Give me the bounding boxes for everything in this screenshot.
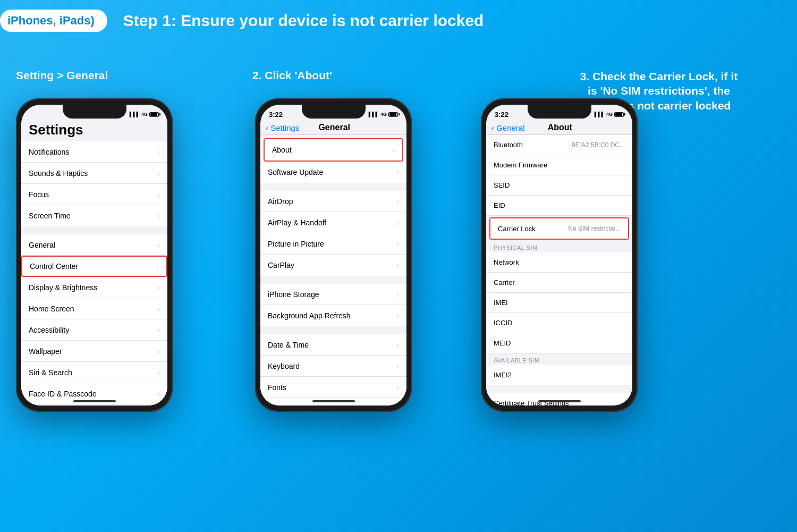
phone-2-home-indicator xyxy=(312,400,355,402)
phone-3: 3:22 ▌▌▌ 4G ‹ General About xyxy=(481,98,638,412)
phone-2-status-icons: ▌▌▌ 4G xyxy=(369,112,398,117)
phone-1-home-indicator xyxy=(73,400,116,402)
list-item: Display & Brightness › xyxy=(21,277,167,298)
step-label-1: Setting > General xyxy=(16,69,108,82)
phone-2-time: 3:22 xyxy=(269,111,283,119)
header: iPhones, iPads) Step 1: Ensure your devi… xyxy=(0,0,797,37)
list-item: Siri & Search › xyxy=(21,362,167,383)
phone-3-time: 3:22 xyxy=(495,111,508,119)
section-available-sim: AVAILABLE SIM xyxy=(486,354,632,365)
wifi-icon: 4G xyxy=(380,112,387,117)
about-item-bluetooth: Bluetooth 9E:A2:5B:C0:DC... xyxy=(486,135,632,155)
list-item: Sounds & Haptics › xyxy=(21,163,167,184)
phone-2-notch xyxy=(302,105,366,119)
list-item-control-center: Control Center › xyxy=(21,256,167,277)
list-item: Accessibility › xyxy=(21,319,167,341)
phone-2: 3:22 ▌▌▌ 4G ‹ Settings General xyxy=(255,98,412,412)
phone-3-list: Bluetooth 9E:A2:5B:C0:DC... Modem Firmwa… xyxy=(486,135,632,406)
phone-3-notch xyxy=(528,105,591,119)
wifi-icon: 4G xyxy=(606,112,613,117)
about-item-carrier: Carrier xyxy=(486,273,632,293)
signal-icon: ▌▌▌ xyxy=(130,112,140,117)
list-item: Date & Time › xyxy=(260,334,406,356)
list-item: CarPlay › xyxy=(260,255,406,276)
header-badge: iPhones, iPads) xyxy=(0,10,107,32)
section-physical-sim: PHYSICAL SIM xyxy=(486,241,632,252)
list-item: Screen Time › xyxy=(21,205,167,226)
phone-1-screen: ▌▌▌ 4G Settings Notifications › Sounds &… xyxy=(21,105,167,406)
battery-icon xyxy=(149,112,159,117)
list-item: iPhone Storage › xyxy=(260,284,406,305)
phone-2-back: ‹ Settings xyxy=(266,123,299,132)
about-item-seid: SEID xyxy=(486,175,632,196)
list-item: AirDrop › xyxy=(260,191,406,212)
step-label-2: 2. Click 'About' xyxy=(252,69,332,82)
about-item-carrier-lock: Carrier Lock No SIM restrictio... xyxy=(490,218,628,239)
phone-1-list: Notifications › Sounds & Haptics › Focus… xyxy=(21,141,167,406)
wifi-icon: 4G xyxy=(141,112,148,117)
phones-row: ▌▌▌ 4G Settings Notifications › Sounds &… xyxy=(0,98,797,412)
list-item: Software Update › xyxy=(260,162,406,183)
about-item-network: Network xyxy=(486,252,632,273)
battery-icon xyxy=(388,112,398,117)
about-item-modem: Modem Firmware xyxy=(486,155,632,175)
about-item-eid: EID xyxy=(486,196,632,216)
phone-2-list: About › Software Update › AirDrop › xyxy=(260,135,406,406)
battery-icon xyxy=(614,112,624,117)
list-item: Picture in Picture › xyxy=(260,233,406,255)
about-item-meid: MEID xyxy=(486,333,632,353)
phone-3-status-icons: ▌▌▌ 4G xyxy=(595,112,624,117)
phone-3-screen: 3:22 ▌▌▌ 4G ‹ General About xyxy=(486,105,632,406)
about-item-imei: IMEI xyxy=(486,293,632,313)
list-item-about: About › xyxy=(265,139,402,161)
about-item-imei2: IMEI2 xyxy=(486,365,632,385)
list-item: Keyboard › xyxy=(260,356,406,377)
about-item-iccid: ICCID xyxy=(486,313,632,333)
phone-3-back: ‹ General xyxy=(491,123,525,132)
list-item: Notifications › xyxy=(21,141,167,163)
list-item: Background App Refresh › xyxy=(260,305,406,326)
header-title: Step 1: Ensure your device is not carrie… xyxy=(123,12,484,30)
phone-3-nav-title: About xyxy=(548,123,572,132)
list-item: Emergency SOS › xyxy=(21,404,167,406)
list-item: Focus › xyxy=(21,184,167,205)
list-item: General › xyxy=(21,234,167,256)
signal-icon: ▌▌▌ xyxy=(595,112,605,117)
phone-1-notch xyxy=(63,105,126,119)
about-item-cert-trust: Certificate Trust Settings xyxy=(486,393,632,406)
list-item: Wallpaper › xyxy=(21,341,167,362)
phone-3-home-indicator xyxy=(538,400,581,402)
list-item: Home Screen › xyxy=(21,298,167,319)
phone-1-status-icons: ▌▌▌ 4G xyxy=(130,112,159,117)
signal-icon: ▌▌▌ xyxy=(369,112,379,117)
phone-2-screen: 3:22 ▌▌▌ 4G ‹ Settings General xyxy=(260,105,406,406)
phone-2-nav-title: General xyxy=(318,123,350,132)
list-item: Fonts › xyxy=(260,377,406,398)
phone-1: ▌▌▌ 4G Settings Notifications › Sounds &… xyxy=(16,98,173,412)
list-item: AirPlay & Handoff › xyxy=(260,212,406,233)
phone-1-title: Settings xyxy=(29,122,160,138)
